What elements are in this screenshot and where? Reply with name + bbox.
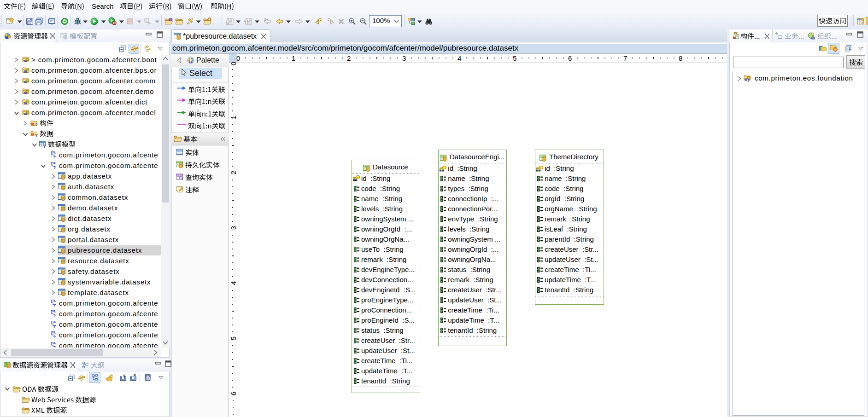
- svg-text:?: ?: [53, 165, 56, 170]
- svg-text:?: ?: [53, 345, 56, 348]
- svg-text:?: ?: [53, 324, 56, 329]
- svg-text:?: ?: [53, 303, 56, 307]
- svg-text:?: ?: [53, 155, 56, 159]
- svg-text:?: ?: [53, 335, 56, 339]
- svg-text:?: ?: [747, 78, 750, 83]
- svg-text:?: ?: [53, 313, 56, 318]
- svg-text:?: ?: [35, 133, 38, 138]
- svg-text:?: ?: [43, 144, 46, 149]
- svg-text:?: ?: [35, 122, 38, 127]
